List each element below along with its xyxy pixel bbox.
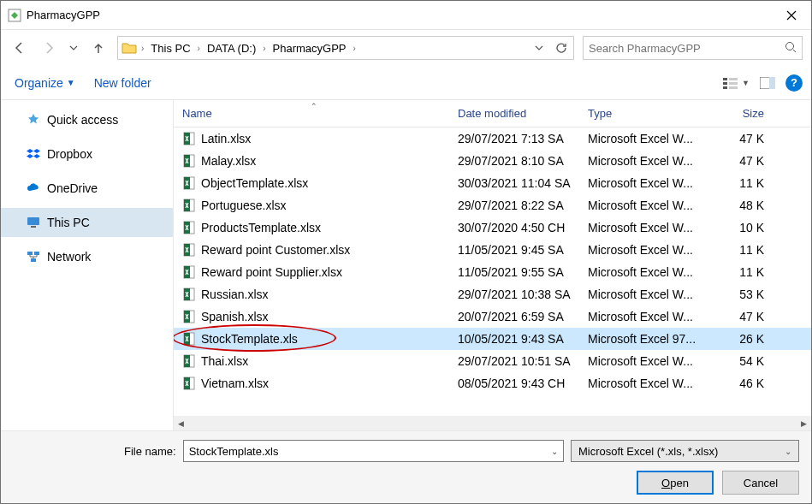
file-type: Microsoft Excel W... (588, 288, 718, 301)
column-name-label: Name (182, 107, 212, 120)
caret-down-icon: ▼ (67, 78, 75, 87)
file-size: 47 K (718, 154, 769, 168)
file-size: 11 K (718, 243, 769, 257)
caret-down-icon: ▼ (742, 79, 750, 87)
file-name: ObjectTemplate.xlsx (201, 176, 308, 190)
sidebar-item-dropbox[interactable]: Dropbox (1, 139, 173, 169)
search-input[interactable] (589, 42, 781, 55)
new-folder-label: New folder (94, 76, 151, 90)
column-type-label: Type (588, 107, 612, 120)
file-row[interactable]: Malay.xlsx29/07/2021 8:10 SAMicrosoft Ex… (174, 150, 811, 172)
breadcrumb-folder[interactable]: PharmacyGPP (270, 42, 349, 55)
up-button[interactable] (88, 38, 109, 58)
sidebar-item-quick-access[interactable]: Quick access (1, 105, 173, 134)
file-row[interactable]: Reward point Customer.xlsx11/05/2021 9:4… (174, 239, 811, 261)
file-row[interactable]: StockTemplate.xls10/05/2021 9:43 SAMicro… (174, 328, 811, 350)
chevron-right-icon[interactable]: › (260, 44, 268, 53)
filename-value: StockTemplate.xls (189, 445, 279, 458)
file-row[interactable]: Thai.xlsx29/07/2021 10:51 SAMicrosoft Ex… (174, 350, 811, 372)
file-type-filter[interactable]: Microsoft Excel (*.xls, *.xlsx) ⌄ (571, 440, 799, 462)
file-name: ProductsTemplate.xlsx (201, 221, 321, 234)
onedrive-icon (27, 181, 40, 195)
file-date: 29/07/2021 8:22 SA (458, 199, 588, 212)
excel-file-icon (182, 132, 196, 145)
close-button[interactable] (772, 1, 811, 29)
file-open-dialog: PharmacyGPP › This PC › DATA (D:) › Phar… (0, 0, 812, 504)
column-header-size[interactable]: Size (718, 107, 769, 120)
chevron-right-icon[interactable]: › (351, 44, 359, 53)
file-type: Microsoft Excel W... (588, 221, 718, 234)
file-row[interactable]: Latin.xlsx29/07/2021 7:13 SAMicrosoft Ex… (174, 127, 811, 150)
horizontal-scrollbar[interactable]: ◀ ▶ (174, 416, 811, 430)
organize-button[interactable]: Organize ▼ (9, 73, 80, 93)
file-row[interactable]: ObjectTemplate.xlsx30/03/2021 11:04 SAMi… (174, 172, 811, 194)
file-name: Portuguese.xlsx (201, 199, 287, 212)
file-row[interactable]: Portuguese.xlsx29/07/2021 8:22 SAMicroso… (174, 194, 811, 216)
scroll-track[interactable] (188, 416, 797, 430)
svg-rect-7 (729, 86, 738, 89)
column-header-name[interactable]: Name (182, 107, 458, 120)
file-name: StockTemplate.xls (201, 332, 298, 346)
refresh-button[interactable] (551, 39, 572, 57)
file-type: Microsoft Excel W... (588, 354, 718, 368)
scroll-right-button[interactable]: ▶ (797, 416, 811, 430)
help-button[interactable]: ? (785, 74, 803, 92)
address-history-button[interactable] (529, 39, 549, 57)
search-box[interactable] (583, 36, 803, 60)
new-folder-button[interactable]: New folder (89, 73, 157, 93)
file-list[interactable]: Latin.xlsx29/07/2021 7:13 SAMicrosoft Ex… (174, 127, 811, 416)
sidebar-item-label: OneDrive (47, 181, 98, 195)
file-row[interactable]: ProductsTemplate.xlsx30/07/2020 4:50 CHM… (174, 216, 811, 239)
sidebar-item-onedrive[interactable]: OneDrive (1, 174, 173, 203)
file-list-pane: ⌃ Name Date modified Type Size Latin.xls… (174, 100, 811, 430)
svg-rect-9 (769, 77, 775, 89)
column-size-label: Size (743, 107, 764, 120)
forward-button[interactable] (39, 38, 59, 58)
file-type: Microsoft Excel 97... (588, 332, 718, 346)
file-row[interactable]: Vietnam.xlsx08/05/2021 9:43 CHMicrosoft … (174, 372, 811, 394)
chevron-right-icon[interactable]: › (195, 44, 203, 53)
scroll-left-button[interactable]: ◀ (174, 416, 188, 430)
file-type: Microsoft Excel W... (588, 265, 718, 279)
file-size: 11 K (718, 176, 769, 190)
excel-file-icon (182, 377, 196, 390)
sidebar-item-label: This PC (47, 216, 90, 229)
file-size: 10 K (718, 221, 769, 234)
open-button[interactable]: Open (637, 471, 714, 495)
chevron-right-icon[interactable]: › (139, 44, 146, 53)
file-type: Microsoft Excel W... (588, 377, 718, 390)
sort-indicator-icon: ⌃ (311, 102, 317, 110)
dropbox-icon (27, 147, 40, 161)
file-date: 29/07/2021 10:51 SA (458, 354, 588, 368)
recent-locations-button[interactable] (68, 38, 80, 58)
breadcrumb-this-pc[interactable]: This PC (148, 42, 193, 55)
file-date: 10/05/2021 9:43 SA (458, 332, 588, 346)
file-date: 20/07/2021 6:59 SA (458, 310, 588, 323)
file-size: 53 K (718, 288, 769, 301)
file-type: Microsoft Excel W... (588, 310, 718, 323)
svg-rect-4 (723, 86, 727, 89)
file-date: 30/03/2021 11:04 SA (458, 176, 588, 190)
svg-rect-14 (31, 258, 36, 262)
excel-file-icon (182, 154, 196, 168)
breadcrumb-drive[interactable]: DATA (D:) (204, 42, 258, 55)
sidebar-item-network[interactable]: Network (1, 242, 173, 271)
file-name: Malay.xlsx (201, 154, 256, 168)
file-size: 11 K (718, 265, 769, 279)
file-row[interactable]: Reward point Supplier.xlsx11/05/2021 9:5… (174, 261, 811, 283)
view-options-button[interactable]: ▼ (723, 77, 750, 89)
back-button[interactable] (9, 38, 30, 58)
sidebar-item-this-pc[interactable]: This PC (1, 208, 173, 237)
file-type: Microsoft Excel W... (588, 176, 718, 190)
filename-combobox[interactable]: StockTemplate.xls ⌄ (183, 440, 564, 462)
file-date: 29/07/2021 10:38 SA (458, 288, 588, 301)
file-row[interactable]: Spanish.xlsx20/07/2021 6:59 SAMicrosoft … (174, 305, 811, 328)
address-bar[interactable]: › This PC › DATA (D:) › PharmacyGPP › (117, 36, 574, 60)
column-header-type[interactable]: Type (588, 107, 718, 120)
file-row[interactable]: Russian.xlsx29/07/2021 10:38 SAMicrosoft… (174, 283, 811, 305)
svg-rect-11 (31, 226, 36, 228)
cancel-button[interactable]: Cancel (722, 471, 799, 495)
column-header-date[interactable]: Date modified (458, 107, 588, 120)
preview-pane-button[interactable] (760, 77, 775, 89)
navigation-bar: › This PC › DATA (D:) › PharmacyGPP › (1, 30, 811, 66)
